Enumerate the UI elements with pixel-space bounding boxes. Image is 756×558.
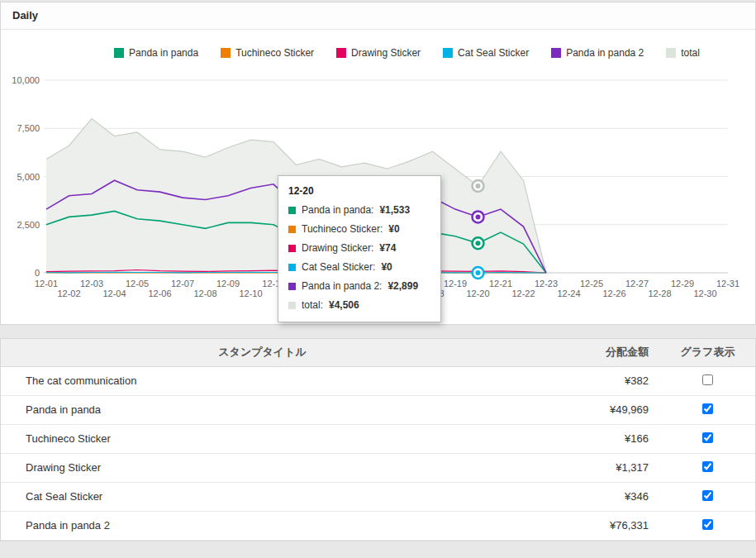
tooltip-swatch bbox=[288, 264, 296, 271]
tooltip-value: ¥2,899 bbox=[388, 280, 418, 292]
legend-item[interactable]: Cat Seal Sticker bbox=[443, 47, 529, 59]
graph-display-cell bbox=[660, 395, 755, 424]
legend-label: Panda in panda bbox=[129, 47, 198, 59]
svg-text:12-28: 12-28 bbox=[648, 289, 671, 298]
svg-text:12-05: 12-05 bbox=[126, 279, 149, 289]
graph-display-cell bbox=[660, 424, 755, 453]
svg-text:12-29: 12-29 bbox=[671, 279, 694, 289]
svg-text:12-01: 12-01 bbox=[35, 279, 58, 289]
distribution-amount: ¥76,331 bbox=[524, 511, 660, 540]
distribution-amount: ¥166 bbox=[524, 424, 660, 453]
tooltip-row: Panda in panda 2:¥2,899 bbox=[288, 280, 430, 292]
legend-swatch bbox=[551, 48, 561, 58]
svg-text:12-23: 12-23 bbox=[535, 279, 558, 289]
chart-legend: Panda in pandaTuchineco StickerDrawing S… bbox=[59, 45, 755, 61]
legend-label: Panda in panda 2 bbox=[566, 47, 644, 59]
tooltip-value: ¥0 bbox=[388, 223, 399, 235]
svg-text:12-06: 12-06 bbox=[148, 289, 171, 298]
tooltip-label: Panda in panda: bbox=[302, 204, 373, 216]
svg-text:12-20: 12-20 bbox=[466, 289, 489, 298]
tooltip-value: ¥4,506 bbox=[329, 299, 359, 311]
svg-text:12-07: 12-07 bbox=[171, 279, 194, 289]
tooltip-label: Tuchineco Sticker: bbox=[302, 223, 383, 235]
tooltip-swatch bbox=[288, 283, 296, 290]
legend-swatch bbox=[336, 48, 346, 58]
legend-label: Drawing Sticker bbox=[351, 47, 421, 59]
tooltip-swatch bbox=[288, 207, 296, 214]
tooltip-label: Cat Seal Sticker: bbox=[302, 261, 375, 273]
graph-display-cell bbox=[660, 366, 755, 395]
graph-display-checkbox[interactable] bbox=[702, 490, 713, 501]
legend-item[interactable]: Panda in panda 2 bbox=[551, 47, 644, 59]
sticker-table-panel: スタンプタイトル 分配金額 グラフ表示 The cat communicatio… bbox=[0, 338, 756, 541]
graph-display-cell bbox=[660, 482, 755, 511]
table-row: Panda in panda 2¥76,331 bbox=[1, 511, 755, 540]
svg-text:12-21: 12-21 bbox=[489, 279, 512, 289]
svg-text:12-08: 12-08 bbox=[193, 289, 216, 298]
graph-display-checkbox[interactable] bbox=[702, 374, 713, 385]
legend-label: Cat Seal Sticker bbox=[458, 47, 529, 59]
sticker-title: Panda in panda 2 bbox=[1, 511, 524, 540]
column-header-graph-display: グラフ表示 bbox=[660, 339, 755, 366]
table-row: The cat communication¥382 bbox=[1, 366, 755, 395]
svg-text:5,000: 5,000 bbox=[17, 172, 40, 182]
svg-text:2,500: 2,500 bbox=[17, 220, 40, 230]
daily-chart-panel: Daily Panda in pandaTuchineco StickerDra… bbox=[0, 2, 756, 325]
tooltip-label: Drawing Sticker: bbox=[302, 242, 373, 254]
svg-text:12-02: 12-02 bbox=[57, 289, 80, 298]
legend-swatch bbox=[443, 48, 453, 58]
legend-label: Tuchineco Sticker bbox=[235, 47, 314, 59]
svg-text:12-26: 12-26 bbox=[602, 289, 625, 298]
svg-text:12-27: 12-27 bbox=[625, 279, 649, 289]
svg-text:12-22: 12-22 bbox=[511, 289, 535, 298]
legend-item[interactable]: Panda in panda bbox=[114, 47, 198, 59]
svg-text:12-10: 12-10 bbox=[239, 289, 262, 298]
distribution-amount: ¥346 bbox=[524, 482, 660, 511]
tooltip-swatch bbox=[288, 245, 296, 252]
legend-swatch bbox=[666, 48, 676, 58]
table-row: Drawing Sticker¥1,317 bbox=[1, 453, 755, 482]
distribution-amount: ¥382 bbox=[524, 366, 660, 395]
svg-text:0: 0 bbox=[35, 268, 40, 278]
svg-text:12-19: 12-19 bbox=[444, 279, 467, 289]
tooltip-row: Cat Seal Sticker:¥0 bbox=[288, 261, 430, 273]
table-header-row: スタンプタイトル 分配金額 グラフ表示 bbox=[1, 339, 755, 366]
sticker-title: Tuchineco Sticker bbox=[1, 424, 524, 453]
legend-label: total bbox=[681, 47, 700, 59]
table-row: Panda in panda¥49,969 bbox=[1, 395, 755, 424]
distribution-amount: ¥49,969 bbox=[524, 395, 660, 424]
table-row: Cat Seal Sticker¥346 bbox=[1, 482, 755, 511]
tooltip-value: ¥74 bbox=[379, 242, 396, 254]
legend-swatch bbox=[221, 48, 231, 58]
graph-display-checkbox[interactable] bbox=[702, 519, 713, 530]
tooltip-value: ¥1,533 bbox=[379, 204, 410, 216]
legend-item[interactable]: Drawing Sticker bbox=[336, 47, 421, 59]
panel-title: Daily bbox=[1, 2, 755, 30]
tooltip-rows: Panda in panda:¥1,533Tuchineco Sticker:¥… bbox=[288, 204, 430, 311]
table-body: The cat communication¥382Panda in panda¥… bbox=[1, 366, 755, 540]
graph-display-checkbox[interactable] bbox=[702, 461, 713, 472]
svg-text:7,500: 7,500 bbox=[17, 123, 40, 133]
sticker-title: Cat Seal Sticker bbox=[1, 482, 524, 511]
chart-section: Panda in pandaTuchineco StickerDrawing S… bbox=[1, 30, 755, 324]
graph-display-cell bbox=[660, 511, 755, 540]
tooltip-label: Panda in panda 2: bbox=[302, 280, 382, 292]
svg-text:12-24: 12-24 bbox=[557, 289, 580, 298]
tooltip-date: 12-20 bbox=[288, 185, 430, 197]
tooltip-row: total:¥4,506 bbox=[288, 299, 430, 311]
sticker-title: Panda in panda bbox=[1, 395, 524, 424]
tooltip-label: total: bbox=[302, 299, 323, 311]
tooltip-swatch bbox=[288, 302, 296, 309]
tooltip-swatch bbox=[288, 226, 296, 233]
svg-text:12-31: 12-31 bbox=[716, 279, 739, 289]
tooltip-row: Drawing Sticker:¥74 bbox=[288, 242, 430, 254]
tooltip-row: Panda in panda:¥1,533 bbox=[288, 204, 430, 216]
legend-item[interactable]: total bbox=[666, 47, 700, 59]
legend-swatch bbox=[114, 48, 124, 58]
svg-text:12-25: 12-25 bbox=[580, 279, 603, 289]
graph-display-checkbox[interactable] bbox=[702, 403, 713, 414]
legend-item[interactable]: Tuchineco Sticker bbox=[221, 47, 314, 59]
chart-tooltip: 12-20 Panda in panda:¥1,533Tuchineco Sti… bbox=[278, 175, 441, 322]
svg-text:10,000: 10,000 bbox=[12, 75, 40, 85]
graph-display-checkbox[interactable] bbox=[702, 432, 713, 443]
